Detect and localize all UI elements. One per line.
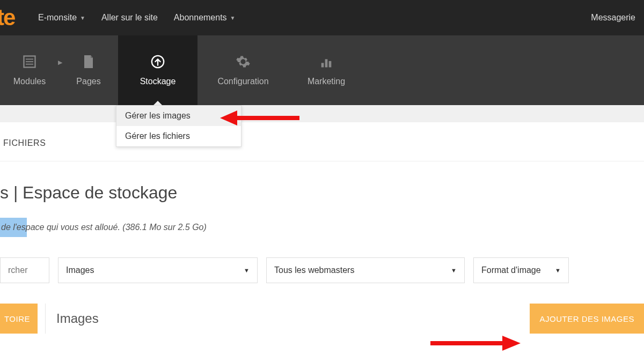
svg-rect-5 xyxy=(321,63,324,67)
list-icon xyxy=(22,54,37,69)
search-input[interactable] xyxy=(0,257,49,283)
page-icon xyxy=(81,54,96,69)
directory-button[interactable]: TOIRE xyxy=(0,304,38,334)
bottom-row: TOIRE Images AJOUTER DES IMAGES xyxy=(0,304,644,334)
button-label: TOIRE xyxy=(4,314,30,323)
top-menu-label: Aller sur le site xyxy=(101,13,158,23)
select-label: Format d'image xyxy=(481,265,541,275)
nav-label: Pages xyxy=(76,77,100,86)
chart-icon xyxy=(319,54,334,69)
subnav-bar xyxy=(0,105,644,122)
gear-icon xyxy=(236,54,251,69)
caret-down-icon: ▼ xyxy=(555,267,561,274)
vertical-divider xyxy=(45,304,46,334)
nav-item-stockage[interactable]: Stockage xyxy=(118,35,197,105)
top-menu-emonsite[interactable]: E-monsite ▼ xyxy=(38,13,85,23)
topbar: te E-monsite ▼ Aller sur le site Abonnem… xyxy=(0,0,644,35)
select-label: Images xyxy=(66,265,94,275)
dropdown-label: Gérer les images xyxy=(125,111,191,120)
logo[interactable]: te xyxy=(0,0,30,35)
top-menu-abonnements[interactable]: Abonnements ▼ xyxy=(174,13,236,23)
dropdown-label: Gérer les fichiers xyxy=(125,131,190,141)
top-menu-label: Messagerie xyxy=(591,13,635,22)
top-menu-label: Abonnements xyxy=(174,13,227,23)
svg-rect-6 xyxy=(325,59,328,67)
main-nav: Modules ▶ Pages Stockage Configuration M… xyxy=(0,35,644,105)
nav-label: Stockage xyxy=(140,77,176,86)
svg-rect-7 xyxy=(329,61,332,68)
caret-down-icon: ▼ xyxy=(80,15,85,21)
nav-item-modules[interactable]: Modules ▶ xyxy=(0,35,59,105)
filter-select-webmaster[interactable]: Tous les webmasters ▼ xyxy=(266,257,465,283)
add-images-button[interactable]: AJOUTER DES IMAGES xyxy=(530,304,644,334)
nav-item-configuration[interactable]: Configuration xyxy=(197,35,289,105)
select-label: Tous les webmasters xyxy=(274,265,354,275)
caret-down-icon: ▼ xyxy=(244,267,250,274)
nav-item-pages[interactable]: Pages xyxy=(59,35,118,105)
logo-text: te xyxy=(0,5,14,31)
annotation-arrow-1 xyxy=(220,107,301,129)
filter-select-format[interactable]: Format d'image ▼ xyxy=(473,257,569,283)
top-menu-label: E-monsite xyxy=(38,13,77,23)
filter-select-type[interactable]: Images ▼ xyxy=(58,257,258,283)
nav-item-marketing[interactable]: Marketing xyxy=(289,35,364,105)
storage-usage-bar: de l'espace qui vous est alloué. (386.1 … xyxy=(0,218,644,237)
annotation-arrow-2 xyxy=(429,333,521,354)
caret-down-icon: ▼ xyxy=(451,267,457,274)
svg-marker-11 xyxy=(502,336,521,351)
nav-label: Modules xyxy=(13,77,46,86)
page-title: s | Espace de stockage xyxy=(0,161,644,203)
svg-marker-9 xyxy=(220,110,237,125)
filters-row: Images ▼ Tous les webmasters ▼ Format d'… xyxy=(0,257,644,283)
nav-label: Marketing xyxy=(308,77,345,86)
section-title: Images xyxy=(56,311,99,326)
caret-down-icon: ▼ xyxy=(230,15,236,21)
dropdown-item-fichiers[interactable]: Gérer les fichiers xyxy=(116,126,241,146)
breadcrumb: FICHIERS xyxy=(0,122,644,148)
button-label: AJOUTER DES IMAGES xyxy=(539,314,634,323)
top-menu-goto-site[interactable]: Aller sur le site xyxy=(101,13,158,23)
nav-label: Configuration xyxy=(217,77,268,86)
top-menu-messagerie[interactable]: Messagerie xyxy=(591,13,635,23)
upload-icon xyxy=(150,54,165,69)
top-menu: E-monsite ▼ Aller sur le site Abonnement… xyxy=(38,13,236,23)
storage-usage-text: de l'espace qui vous est alloué. (386.1 … xyxy=(0,223,207,232)
